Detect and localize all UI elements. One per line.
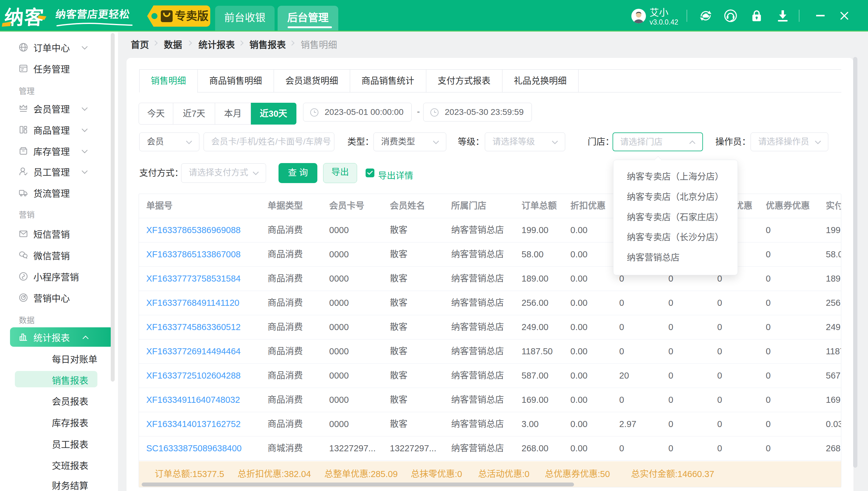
- svg-text:专卖版: 专卖版: [175, 10, 209, 23]
